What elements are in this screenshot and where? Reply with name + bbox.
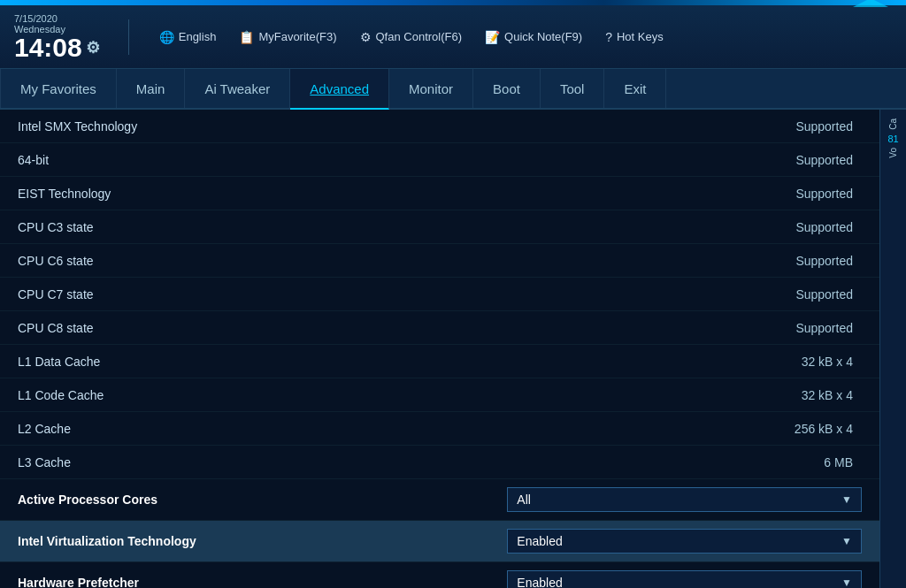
settings-row-active-processor[interactable]: Active Processor CoresAll▼ <box>0 479 879 521</box>
settings-row-64bit: 64-bitSupported <box>0 143 879 177</box>
settings-row-cpu-c3: CPU C3 stateSupported <box>0 210 879 244</box>
right-panel-label2: Vo <box>888 148 898 158</box>
dropdown-intel-virt[interactable]: Enabled▼ <box>507 529 862 554</box>
row-label-cpu-c8: CPU C8 state <box>18 321 482 335</box>
row-value-intel-smx: Supported <box>482 119 862 134</box>
settings-row-intel-virt[interactable]: Intel Virtualization TechnologyEnabled▼ <box>0 521 879 562</box>
datetime-block: 7/15/2020 Wednesday 14:08 ⚙ <box>14 13 100 61</box>
settings-row-eist: EIST TechnologySupported <box>0 177 879 210</box>
settings-panel: Intel SMX TechnologySupported64-bitSuppo… <box>0 110 879 588</box>
language-label: English <box>179 30 217 43</box>
row-value-l1-code: 32 kB x 4 <box>482 388 862 402</box>
header: 7/15/2020 Wednesday 14:08 ⚙ 🌐English📋MyF… <box>0 5 906 69</box>
row-label-hw-prefetch: Hardware Prefetcher <box>18 576 482 588</box>
dropdown-arrow-hw-prefetch: ▼ <box>841 577 852 588</box>
date-display: 7/15/2020 <box>14 13 100 24</box>
row-value-cpu-c6: Supported <box>482 254 862 268</box>
right-panel-label1: Ca <box>888 118 898 130</box>
dropdown-arrow-intel-virt: ▼ <box>841 535 852 547</box>
row-value-cpu-c8: Supported <box>482 321 862 335</box>
row-label-intel-virt: Intel Virtualization Technology <box>18 534 482 548</box>
content-area: Intel SMX TechnologySupported64-bitSuppo… <box>0 110 906 588</box>
row-label-l3-cache: L3 Cache <box>18 455 482 470</box>
row-label-cpu-c3: CPU C3 state <box>18 220 482 234</box>
row-label-l1-code: L1 Code Cache <box>18 388 482 402</box>
header-nav-language[interactable]: 🌐English <box>150 27 226 48</box>
settings-row-l1-data: L1 Data Cache32 kB x 4 <box>0 345 879 378</box>
header-nav-qfan[interactable]: ⚙Qfan Control(F6) <box>351 27 472 48</box>
header-nav-quicknote[interactable]: 📝Quick Note(F9) <box>476 27 591 48</box>
row-value-l3-cache: 6 MB <box>482 455 862 470</box>
main-nav: My FavoritesMainAi TweakerAdvancedMonito… <box>0 69 906 110</box>
row-value-l1-data: 32 kB x 4 <box>482 355 862 369</box>
tab-advanced[interactable]: Advanced <box>290 69 389 110</box>
settings-gear-icon[interactable]: ⚙ <box>86 40 100 56</box>
dropdown-arrow-active-processor: ▼ <box>841 493 852 506</box>
right-panel: Ca 81 Vo <box>879 110 906 588</box>
top-decorative-bar <box>0 0 906 5</box>
settings-row-l2-cache: L2 Cache256 kB x 4 <box>0 412 879 446</box>
language-icon: 🌐 <box>159 30 174 44</box>
qfan-label: Qfan Control(F6) <box>376 30 463 43</box>
dropdown-value-hw-prefetch: Enabled <box>517 576 562 588</box>
settings-row-l1-code: L1 Code Cache32 kB x 4 <box>0 378 879 412</box>
row-value-eist: Supported <box>482 187 862 201</box>
row-label-cpu-c6: CPU C6 state <box>18 254 482 268</box>
header-nav: 🌐English📋MyFavorite(F3)⚙Qfan Control(F6)… <box>150 27 892 48</box>
row-value-cpu-c3: Supported <box>482 220 862 234</box>
dropdown-value-active-processor: All <box>517 493 531 507</box>
quicknote-icon: 📝 <box>485 30 500 44</box>
hotkeys-icon: ? <box>605 30 612 44</box>
row-label-l1-data: L1 Data Cache <box>18 355 482 369</box>
settings-row-cpu-c7: CPU C7 stateSupported <box>0 278 879 311</box>
dropdown-hw-prefetch[interactable]: Enabled▼ <box>507 570 862 588</box>
settings-row-intel-smx: Intel SMX TechnologySupported <box>0 110 879 143</box>
tab-tool[interactable]: Tool <box>541 69 605 108</box>
tab-favorites[interactable]: My Favorites <box>0 69 117 108</box>
qfan-icon: ⚙ <box>360 30 372 44</box>
header-divider <box>128 19 129 55</box>
row-value-cpu-c7: Supported <box>482 287 862 302</box>
header-nav-hotkeys[interactable]: ?Hot Keys <box>596 27 672 48</box>
row-label-eist: EIST Technology <box>18 187 482 201</box>
row-value-64bit: Supported <box>482 153 862 167</box>
dropdown-value-intel-virt: Enabled <box>517 534 562 548</box>
header-nav-myfavorite[interactable]: 📋MyFavorite(F3) <box>230 27 345 48</box>
myfavorite-icon: 📋 <box>239 30 254 44</box>
time-display: 14:08 ⚙ <box>14 34 100 61</box>
settings-row-hw-prefetch[interactable]: Hardware PrefetcherEnabled▼ <box>0 562 879 588</box>
row-label-l2-cache: L2 Cache <box>18 422 482 436</box>
quicknote-label: Quick Note(F9) <box>504 30 582 43</box>
settings-row-l3-cache: L3 Cache6 MB <box>0 446 879 479</box>
tab-monitor[interactable]: Monitor <box>389 69 473 108</box>
settings-row-cpu-c6: CPU C6 stateSupported <box>0 244 879 278</box>
row-label-cpu-c7: CPU C7 state <box>18 287 482 302</box>
row-label-active-processor: Active Processor Cores <box>18 493 482 507</box>
tab-main[interactable]: Main <box>117 69 186 108</box>
hotkeys-label: Hot Keys <box>617 30 664 43</box>
row-label-64bit: 64-bit <box>18 153 482 167</box>
right-panel-number1: 81 <box>887 134 898 144</box>
row-label-intel-smx: Intel SMX Technology <box>18 119 482 134</box>
myfavorite-label: MyFavorite(F3) <box>258 30 336 43</box>
dropdown-active-processor[interactable]: All▼ <box>507 487 862 512</box>
settings-row-cpu-c8: CPU C8 stateSupported <box>0 311 879 345</box>
row-value-l2-cache: 256 kB x 4 <box>482 422 862 436</box>
tab-exit[interactable]: Exit <box>604 69 666 108</box>
tab-boot[interactable]: Boot <box>473 69 541 108</box>
tab-ai-tweaker[interactable]: Ai Tweaker <box>185 69 290 108</box>
